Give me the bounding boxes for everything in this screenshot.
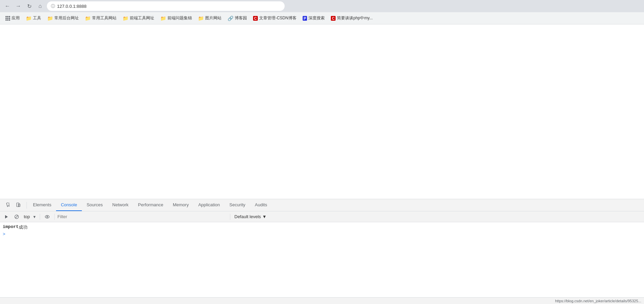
info-icon: ⓘ (51, 3, 55, 9)
default-levels-dropdown[interactable]: Default levels ▼ (233, 213, 268, 220)
toolbar-separator-3 (230, 214, 230, 220)
devtools-tabbar: Elements Console Sources Network Perform… (0, 199, 644, 211)
eye-button[interactable] (43, 212, 52, 221)
toolbar-separator-2 (54, 214, 55, 220)
tab-audits[interactable]: Audits (250, 199, 272, 211)
bookmark-tools-site[interactable]: 📁 常用工具网站 (82, 14, 119, 22)
folder-icon: 📁 (123, 16, 128, 21)
bookmark-label: 简要谈谈php中my... (337, 15, 373, 21)
console-log-line: import成功 (0, 224, 644, 231)
default-levels-label: Default levels (234, 214, 261, 219)
csdn2-icon: C (331, 16, 336, 21)
import-keyword: import (3, 224, 19, 229)
bookmark-baidu[interactable]: P 深度搜索 (300, 14, 327, 22)
tab-memory[interactable]: Memory (168, 199, 194, 211)
status-bar: https://blog.csdn.net/en_joker/article/d… (0, 297, 644, 304)
inspect-element-button[interactable] (3, 201, 13, 210)
bookmark-label: 工具 (33, 15, 41, 21)
bookmark-label: 常用后台网址 (54, 15, 79, 21)
status-url: https://blog.csdn.net/en_joker/article/d… (555, 299, 641, 303)
folder-icon: 📁 (85, 16, 91, 21)
bookmark-label: 图片网站 (205, 15, 221, 21)
context-selector[interactable]: top ▼ (22, 213, 37, 220)
reload-button[interactable]: ↻ (25, 2, 33, 10)
tab-performance[interactable]: Performance (133, 199, 168, 211)
device-toolbar-button[interactable] (14, 201, 23, 210)
folder-icon: 📁 (47, 16, 53, 21)
svg-rect-0 (17, 203, 19, 207)
console-output: import成功 > (0, 222, 644, 297)
bookmark-label: 前端问题集锦 (167, 15, 192, 21)
csdn-icon: C (253, 16, 258, 21)
bookmark-label: 深度搜索 (308, 15, 325, 21)
bookmarks-bar: 应用 📁 工具 📁 常用后台网址 📁 常用工具网站 📁 前端工具网址 📁 前端问… (0, 12, 644, 24)
devtools-icon-group (1, 199, 25, 211)
svg-line-4 (15, 215, 18, 218)
address-bar[interactable]: ⓘ 127.0.0.1:8888 (47, 1, 285, 11)
url-text: 127.0.0.1:8888 (57, 4, 87, 9)
console-prompt[interactable]: > (0, 231, 644, 238)
devtools-panel: Elements Console Sources Network Perform… (0, 199, 644, 304)
bookmark-label: 常用工具网站 (92, 15, 117, 21)
import-text: 成功 (19, 224, 28, 230)
bookmark-php[interactable]: C 简要谈谈php中my... (328, 14, 375, 22)
tab-application[interactable]: Application (194, 199, 225, 211)
folder-icon: 📁 (198, 16, 204, 21)
home-button[interactable]: ⌂ (36, 2, 44, 10)
bookmark-images[interactable]: 📁 图片网站 (195, 14, 224, 22)
tab-network[interactable]: Network (108, 199, 133, 211)
tab-elements[interactable]: Elements (28, 199, 56, 211)
filter-input[interactable] (57, 213, 227, 221)
toolbar-separator-1 (40, 214, 40, 220)
chevron-down-icon: ▼ (262, 214, 267, 219)
context-select-input[interactable]: top (22, 213, 37, 220)
devtools-tab-separator (26, 202, 27, 209)
bookmark-label: 博客园 (235, 15, 247, 21)
bookmark-tool[interactable]: 📁 工具 (23, 14, 44, 22)
clear-console-button[interactable] (12, 212, 21, 221)
tab-security[interactable]: Security (225, 199, 250, 211)
bookmark-csdn[interactable]: C 文章管理-CSDN博客 (250, 14, 299, 22)
browser-titlebar: ← → ↻ ⌂ ⓘ 127.0.0.1:8888 (0, 0, 644, 12)
apps-bookmark[interactable]: 应用 (3, 14, 22, 22)
cnblogs-icon: 🔗 (228, 16, 233, 21)
apps-icon (5, 16, 10, 21)
bookmark-frontend-qa[interactable]: 📁 前端问题集锦 (158, 14, 195, 22)
bookmark-label: 文章管理-CSDN博客 (259, 15, 297, 21)
folder-icon: 📁 (26, 16, 32, 21)
folder-icon: 📁 (160, 16, 166, 21)
tab-sources[interactable]: Sources (82, 199, 108, 211)
bookmark-frontend-tools[interactable]: 📁 前端工具网址 (120, 14, 157, 22)
page-area (0, 24, 644, 199)
bookmark-cnblogs[interactable]: 🔗 博客园 (225, 14, 250, 22)
svg-marker-2 (5, 215, 8, 218)
baidu-icon: P (303, 16, 307, 21)
apps-label: 应用 (12, 15, 20, 21)
svg-point-6 (47, 216, 48, 217)
console-toolbar: top ▼ Default levels ▼ (0, 211, 644, 222)
bookmark-backend[interactable]: 📁 常用后台网址 (44, 14, 82, 22)
back-button[interactable]: ← (3, 2, 12, 10)
forward-button[interactable]: → (14, 2, 22, 10)
execute-button[interactable] (2, 212, 11, 221)
tab-console[interactable]: Console (56, 199, 82, 211)
bookmark-label: 前端工具网址 (130, 15, 154, 21)
